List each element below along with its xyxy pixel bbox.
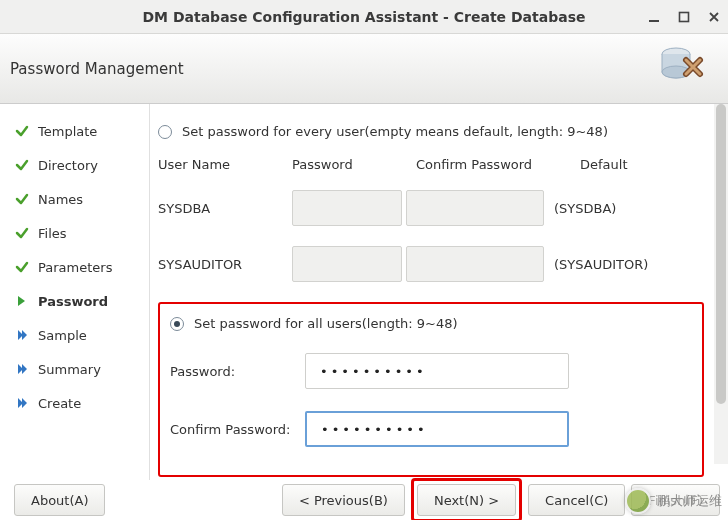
user-name-value: SYSAUDITOR (158, 257, 288, 272)
pending-step-icon (14, 327, 30, 343)
all-users-password-input[interactable]: •••••••••• (305, 353, 569, 389)
next-button-highlight: Next(N) > (411, 478, 522, 520)
table-header: User Name Password Confirm Password Defa… (158, 157, 704, 172)
user-default-value: (SYSAUDITOR) (548, 257, 704, 272)
sidebar-item-label: Create (38, 396, 81, 411)
option-all-users-label: Set password for all users(length: 9~48) (194, 316, 458, 331)
check-icon (14, 259, 30, 275)
footer: About(A) < Previous(B) Next(N) > Cancel(… (0, 480, 728, 520)
sidebar: Template Directory Names Files Parameter… (0, 104, 150, 515)
column-password: Password (292, 157, 412, 172)
check-icon (14, 157, 30, 173)
minimize-icon[interactable] (646, 9, 662, 25)
next-button[interactable]: Next(N) > (417, 484, 516, 516)
all-users-password-label: Password: (170, 364, 305, 379)
all-users-password-row: Password: •••••••••• (170, 353, 692, 389)
per-user-table: User Name Password Confirm Password Defa… (158, 157, 704, 282)
radio-selected-icon[interactable] (170, 317, 184, 331)
page-title: Password Management (10, 60, 184, 78)
pending-step-icon (14, 395, 30, 411)
about-button[interactable]: About(A) (14, 484, 105, 516)
main-panel: Set password for every user(empty means … (150, 104, 728, 515)
window-title: DM Database Configuration Assistant - Cr… (0, 9, 728, 25)
sidebar-item-names[interactable]: Names (0, 182, 149, 216)
window-controls (646, 0, 722, 33)
user-row-sysdba: SYSDBA (SYSDBA) (158, 190, 704, 226)
sidebar-item-summary[interactable]: Summary (0, 352, 149, 386)
sidebar-item-label: Parameters (38, 260, 112, 275)
all-users-confirm-row: Confirm Password: •••••••••• (170, 411, 692, 447)
all-users-confirm-password-input[interactable]: •••••••••• (305, 411, 569, 447)
database-tools-icon (658, 42, 706, 90)
close-icon[interactable] (706, 9, 722, 25)
finish-button: Finish(F) (631, 484, 720, 516)
header: Password Management (0, 34, 728, 104)
sidebar-item-directory[interactable]: Directory (0, 148, 149, 182)
svg-rect-1 (680, 12, 689, 21)
sidebar-item-label: Files (38, 226, 67, 241)
main-scrollbar[interactable] (714, 104, 728, 464)
check-icon (14, 225, 30, 241)
sysauditor-confirm-password-input[interactable] (406, 246, 544, 282)
user-row-sysauditor: SYSAUDITOR (SYSAUDITOR) (158, 246, 704, 282)
sidebar-item-label: Template (38, 124, 97, 139)
column-user-name: User Name (158, 157, 288, 172)
sidebar-item-label: Summary (38, 362, 101, 377)
current-step-icon (14, 293, 30, 309)
user-name-value: SYSDBA (158, 201, 288, 216)
option-per-user[interactable]: Set password for every user(empty means … (158, 124, 704, 139)
check-icon (14, 123, 30, 139)
column-confirm-password: Confirm Password (416, 157, 570, 172)
sidebar-item-password[interactable]: Password (0, 284, 149, 318)
cancel-button[interactable]: Cancel(C) (528, 484, 625, 516)
sidebar-item-label: Sample (38, 328, 87, 343)
radio-icon[interactable] (158, 125, 172, 139)
maximize-icon[interactable] (676, 9, 692, 25)
sidebar-item-label: Names (38, 192, 83, 207)
previous-button[interactable]: < Previous(B) (282, 484, 405, 516)
sysauditor-password-input[interactable] (292, 246, 402, 282)
sidebar-item-parameters[interactable]: Parameters (0, 250, 149, 284)
pending-step-icon (14, 361, 30, 377)
option-per-user-label: Set password for every user(empty means … (182, 124, 608, 139)
sidebar-item-files[interactable]: Files (0, 216, 149, 250)
column-default: Default (574, 157, 704, 172)
sidebar-item-template[interactable]: Template (0, 114, 149, 148)
sidebar-item-label: Password (38, 294, 108, 309)
all-users-highlight: Set password for all users(length: 9~48)… (158, 302, 704, 477)
svg-rect-0 (649, 20, 659, 22)
sidebar-item-label: Directory (38, 158, 98, 173)
titlebar: DM Database Configuration Assistant - Cr… (0, 0, 728, 34)
option-all-users[interactable]: Set password for all users(length: 9~48) (170, 316, 692, 331)
user-default-value: (SYSDBA) (548, 201, 704, 216)
sidebar-item-sample[interactable]: Sample (0, 318, 149, 352)
check-icon (14, 191, 30, 207)
sysdba-password-input[interactable] (292, 190, 402, 226)
scrollbar-thumb[interactable] (716, 104, 726, 404)
all-users-confirm-label: Confirm Password: (170, 422, 305, 437)
sidebar-item-create[interactable]: Create (0, 386, 149, 420)
sysdba-confirm-password-input[interactable] (406, 190, 544, 226)
